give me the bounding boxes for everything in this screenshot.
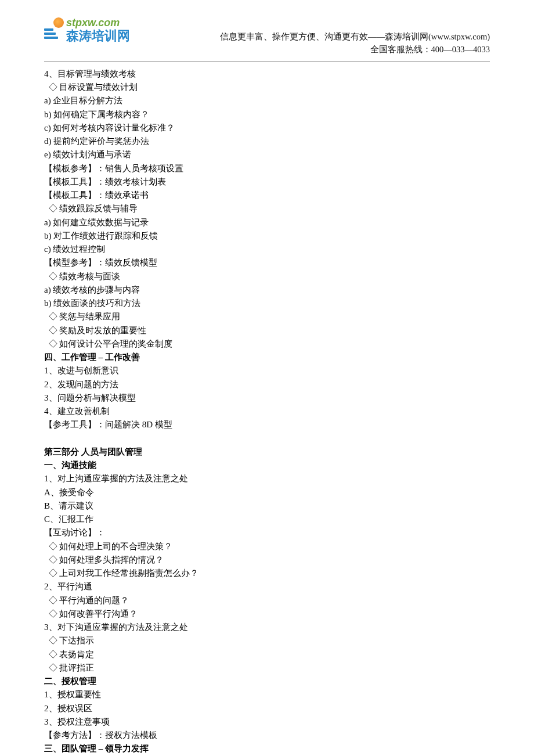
body-line: 【模板参考】：销售人员考核项设置 xyxy=(44,162,490,175)
body-line: b) 如何确定下属考核内容？ xyxy=(44,108,490,121)
body-line: ◇ 上司对我工作经常挑剔指责怎么办？ xyxy=(44,567,490,580)
body-line: ◇ 绩效考核与面谈 xyxy=(44,270,490,283)
body-line: b) 绩效面谈的技巧和方法 xyxy=(44,297,490,310)
body-line: ◇ 如何改善平行沟通？ xyxy=(44,607,490,621)
logo: stpxw.com 森涛培训网 xyxy=(44,17,130,43)
body-line: ◇ 如何处理多头指挥的情况？ xyxy=(44,553,490,567)
body-line: 1、对上沟通应掌握的方法及注意之处 xyxy=(44,472,490,485)
body-line: 【参考方法】：授权方法模板 xyxy=(44,729,490,742)
body-line: ◇ 如何设计公平合理的奖金制度 xyxy=(44,337,490,351)
logo-icon xyxy=(44,19,63,42)
body-line: 1、授权重要性 xyxy=(44,688,490,701)
body-line: ◇ 下达指示 xyxy=(44,634,490,647)
body-line: ◇ 绩效跟踪反馈与辅导 xyxy=(44,202,490,215)
logo-text: stpxw.com 森涛培训网 xyxy=(66,17,130,43)
body-line: 4、目标管理与绩效考核 xyxy=(44,67,490,81)
body-line: ◇ 平行沟通的问题？ xyxy=(44,594,490,607)
body-line: ◇ 目标设置与绩效计划 xyxy=(44,81,490,94)
body-line: 3、对下沟通应掌握的方法及注意之处 xyxy=(44,621,490,634)
body-line: 第三部分 人员与团队管理 xyxy=(44,445,490,459)
body-line: 3、问题分析与解决模型 xyxy=(44,391,490,405)
body-line: a) 企业目标分解方法 xyxy=(44,94,490,107)
body-line: ◇ 如何处理上司的不合理决策？ xyxy=(44,540,490,553)
body-line: 2、授权误区 xyxy=(44,702,490,715)
body-line: c) 如何对考核内容设计量化标准？ xyxy=(44,121,490,135)
logo-url: stpxw.com xyxy=(66,17,130,29)
body-line: c) 绩效过程控制 xyxy=(44,243,490,256)
body-line: 2、平行沟通 xyxy=(44,580,490,593)
body-line: B、请示建议 xyxy=(44,499,490,513)
body-line: ◇ 奖惩与结果应用 xyxy=(44,310,490,323)
body-line: e) 绩效计划沟通与承诺 xyxy=(44,148,490,161)
body-line: ◇ 批评指正 xyxy=(44,661,490,675)
body-line: 【模型参考】：绩效反馈模型 xyxy=(44,256,490,269)
body-line: 3、授权注意事项 xyxy=(44,715,490,729)
document-body: 4、目标管理与绩效考核 ◇ 目标设置与绩效计划a) 企业目标分解方法b) 如何确… xyxy=(44,67,490,756)
logo-cn: 森涛培训网 xyxy=(66,29,130,43)
body-line: A、接受命令 xyxy=(44,486,490,499)
header-tagline: 信息更丰富、操作更方便、沟通更有效——森涛培训网(www.stpxw.com) xyxy=(220,30,490,43)
body-line xyxy=(44,432,490,445)
body-line: 2、发现问题的方法 xyxy=(44,378,490,391)
body-line: 【互动讨论】： xyxy=(44,526,490,539)
body-line: 四、工作管理 – 工作改善 xyxy=(44,351,490,364)
header-hotline: 全国客服热线：400—033—4033 xyxy=(220,43,490,56)
body-line: 二、授权管理 xyxy=(44,675,490,688)
body-line: a) 绩效考核的步骤与内容 xyxy=(44,283,490,297)
body-line: a) 如何建立绩效数据与记录 xyxy=(44,216,490,229)
body-line: 1、改进与创新意识 xyxy=(44,364,490,377)
body-line: 一、沟通技能 xyxy=(44,459,490,472)
body-line: 4、建立改善机制 xyxy=(44,405,490,418)
body-line: C、汇报工作 xyxy=(44,513,490,526)
header-right: 信息更丰富、操作更方便、沟通更有效——森涛培训网(www.stpxw.com) … xyxy=(220,17,490,56)
body-line: 三、团队管理 – 领导力发挥 xyxy=(44,742,490,755)
body-line: ◇ 奖励及时发放的重要性 xyxy=(44,324,490,337)
page-header: stpxw.com 森涛培训网 信息更丰富、操作更方便、沟通更有效——森涛培训网… xyxy=(44,17,490,62)
body-line: ◇ 表扬肯定 xyxy=(44,648,490,661)
body-line: 【模板工具】：绩效考核计划表 xyxy=(44,175,490,189)
body-line: 【模板工具】：绩效承诺书 xyxy=(44,189,490,202)
body-line: 【参考工具】：问题解决 8D 模型 xyxy=(44,418,490,431)
body-line: b) 对工作绩效进行跟踪和反馈 xyxy=(44,229,490,243)
body-line: d) 提前约定评价与奖惩办法 xyxy=(44,135,490,148)
